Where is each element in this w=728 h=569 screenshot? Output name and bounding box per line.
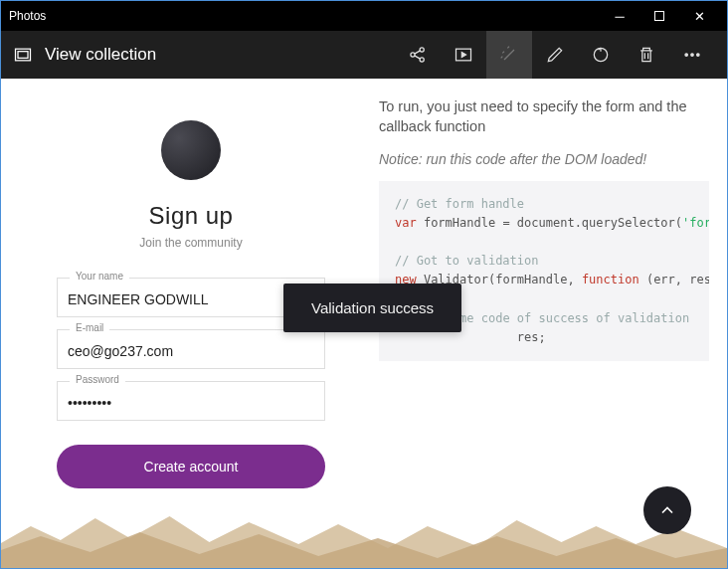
slideshow-button[interactable] bbox=[441, 31, 486, 79]
svg-point-9 bbox=[697, 54, 700, 57]
scroll-top-button[interactable] bbox=[643, 486, 691, 534]
email-label: E-mail bbox=[70, 322, 109, 333]
app-toolbar: View collection bbox=[1, 31, 727, 79]
minimize-button[interactable]: ─ bbox=[600, 9, 639, 24]
slideshow-icon bbox=[454, 45, 473, 65]
svg-point-2 bbox=[411, 53, 415, 57]
window-title: Photos bbox=[9, 9, 600, 23]
password-field-wrap: Password bbox=[57, 381, 325, 421]
wand-icon bbox=[499, 45, 519, 65]
trash-icon bbox=[637, 45, 656, 65]
svg-point-7 bbox=[685, 54, 688, 57]
share-icon bbox=[408, 45, 428, 65]
doc-notice: Notice: run this code after the DOM load… bbox=[379, 151, 709, 167]
svg-point-4 bbox=[420, 58, 424, 62]
enhance-button[interactable] bbox=[486, 31, 532, 79]
chevron-up-icon bbox=[657, 500, 677, 520]
share-button[interactable] bbox=[395, 31, 441, 79]
more-button[interactable] bbox=[669, 31, 715, 79]
name-input[interactable] bbox=[68, 291, 314, 307]
signup-subtitle: Join the community bbox=[57, 236, 325, 250]
password-input[interactable] bbox=[68, 395, 314, 411]
collection-icon bbox=[13, 45, 33, 65]
rotate-button[interactable] bbox=[578, 31, 624, 79]
mountain-decoration bbox=[1, 508, 727, 568]
window-titlebar: Photos ─ ✕ bbox=[1, 1, 727, 31]
more-icon bbox=[682, 45, 702, 65]
create-account-button[interactable]: Create account bbox=[57, 445, 325, 488]
pencil-icon bbox=[545, 45, 565, 65]
validation-toast: Validation success bbox=[283, 284, 461, 332]
name-label: Your name bbox=[70, 271, 129, 282]
rotate-icon bbox=[591, 45, 611, 65]
avatar-placeholder bbox=[161, 120, 221, 180]
edit-button[interactable] bbox=[532, 31, 578, 79]
svg-point-8 bbox=[691, 54, 694, 57]
email-field-wrap: E-mail bbox=[57, 329, 325, 369]
signup-heading: Sign up bbox=[57, 202, 325, 230]
toolbar-title[interactable]: View collection bbox=[45, 45, 156, 65]
close-button[interactable]: ✕ bbox=[679, 9, 719, 24]
svg-rect-1 bbox=[18, 52, 28, 59]
email-input[interactable] bbox=[68, 343, 314, 359]
svg-point-3 bbox=[420, 48, 424, 52]
maximize-button[interactable] bbox=[639, 9, 679, 24]
doc-description: To run, you just need to specify the for… bbox=[379, 96, 709, 137]
delete-button[interactable] bbox=[624, 31, 669, 79]
code-sample: // Get form handle var formHandle = docu… bbox=[379, 181, 709, 362]
password-label: Password bbox=[70, 374, 125, 385]
